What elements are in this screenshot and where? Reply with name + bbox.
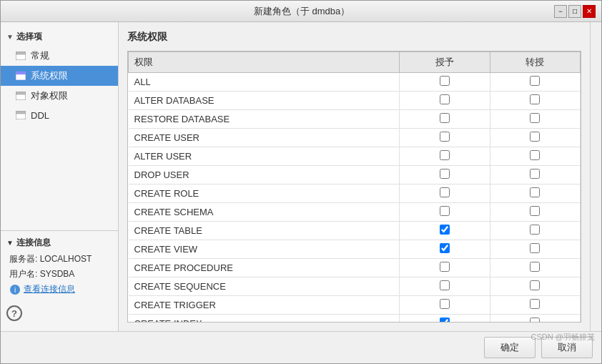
grant-checkbox[interactable] (440, 94, 450, 104)
svg-rect-5 (16, 92, 26, 94)
transfer-checkbox-cell[interactable] (490, 92, 580, 110)
grant-checkbox-cell[interactable] (400, 166, 490, 185)
transfer-checkbox[interactable] (530, 169, 540, 179)
permission-name: CREATE VIEW (129, 240, 400, 259)
transfer-checkbox-cell[interactable] (490, 222, 580, 240)
transfer-checkbox-cell[interactable] (490, 203, 580, 222)
grant-checkbox-cell[interactable] (400, 110, 490, 129)
col-transfer: 转授 (490, 52, 580, 73)
transfer-checkbox-cell[interactable] (490, 185, 580, 203)
grant-checkbox[interactable] (440, 243, 450, 253)
transfer-checkbox[interactable] (530, 299, 540, 309)
table-row: CREATE TABLE (129, 222, 581, 240)
grant-checkbox[interactable] (440, 280, 450, 290)
grant-checkbox[interactable] (440, 76, 450, 86)
grant-checkbox-cell[interactable] (400, 185, 490, 203)
table-row: DROP USER (129, 166, 581, 185)
transfer-checkbox[interactable] (530, 150, 540, 160)
system-permissions-icon (15, 70, 26, 82)
grant-checkbox-cell[interactable] (400, 147, 490, 166)
transfer-checkbox-cell[interactable] (490, 129, 580, 147)
window-controls: － □ ✕ (554, 5, 596, 18)
transfer-checkbox[interactable] (530, 262, 540, 272)
sidebar-item-ddl[interactable]: DDL (1, 106, 118, 124)
transfer-checkbox[interactable] (530, 206, 540, 216)
sidebar-item-object-permissions[interactable]: 对象权限 (1, 86, 118, 106)
grant-checkbox-cell[interactable] (400, 129, 490, 147)
col-permission: 权限 (129, 52, 400, 73)
sidebar-item-system-permissions[interactable]: 系统权限 (1, 66, 118, 86)
view-connection-link[interactable]: i 查看连接信息 (6, 283, 112, 295)
maximize-button[interactable]: □ (568, 5, 581, 18)
sidebar-item-general[interactable]: 常规 (1, 46, 118, 66)
permission-name: CREATE ROLE (129, 185, 400, 203)
view-connection-label: 查看连接信息 (24, 283, 75, 295)
transfer-checkbox[interactable] (530, 243, 540, 253)
window-title: 新建角色（于 dmdba） (49, 5, 554, 18)
transfer-checkbox[interactable] (530, 113, 540, 123)
transfer-checkbox-cell[interactable] (490, 259, 580, 277)
transfer-checkbox-cell[interactable] (490, 296, 580, 315)
grant-checkbox[interactable] (440, 299, 450, 309)
object-permissions-label: 对象权限 (31, 89, 68, 102)
grant-checkbox[interactable] (440, 132, 450, 142)
permission-name: CREATE SCHEMA (129, 203, 400, 222)
minimize-button[interactable]: － (554, 5, 567, 18)
grant-checkbox-cell[interactable] (400, 73, 490, 92)
transfer-checkbox[interactable] (530, 94, 540, 104)
grant-checkbox-cell[interactable] (400, 277, 490, 296)
grant-checkbox-cell[interactable] (400, 92, 490, 110)
cancel-button[interactable]: 取消 (541, 337, 593, 358)
grant-checkbox-cell[interactable] (400, 222, 490, 240)
ok-button[interactable]: 确定 (484, 337, 536, 358)
transfer-checkbox-cell[interactable] (490, 147, 580, 166)
svg-text:i: i (14, 286, 16, 294)
transfer-checkbox[interactable] (530, 76, 540, 86)
transfer-checkbox[interactable] (530, 187, 540, 197)
grant-checkbox-cell[interactable] (400, 315, 490, 323)
table-row: CREATE TRIGGER (129, 296, 581, 315)
grant-checkbox[interactable] (440, 169, 450, 179)
link-icon: i (9, 284, 21, 295)
section-arrow-icon: ▼ (6, 33, 14, 41)
grant-checkbox[interactable] (440, 113, 450, 123)
transfer-checkbox-cell[interactable] (490, 110, 580, 129)
transfer-checkbox[interactable] (530, 132, 540, 142)
transfer-checkbox[interactable] (530, 280, 540, 290)
grant-checkbox-cell[interactable] (400, 259, 490, 277)
permissions-table-container[interactable]: 权限 授予 转授 ALLALTER DATABASERESTORE DATABA… (127, 51, 581, 323)
table-row: RESTORE DATABASE (129, 110, 581, 129)
connection-section-header: ▼ 连接信息 (6, 237, 112, 249)
connection-info: ▼ 连接信息 服务器: LOCALHOST 用户名: SYSDBA i 查看连接… (1, 230, 118, 301)
transfer-checkbox[interactable] (530, 225, 540, 235)
grant-checkbox[interactable] (440, 187, 450, 197)
connection-arrow-icon: ▼ (6, 239, 14, 247)
transfer-checkbox-cell[interactable] (490, 315, 580, 323)
col-grant: 授予 (400, 52, 490, 73)
grant-checkbox[interactable] (440, 318, 450, 323)
table-row: CREATE VIEW (129, 240, 581, 259)
permission-name: CREATE TRIGGER (129, 296, 400, 315)
permission-name: DROP USER (129, 166, 400, 185)
transfer-checkbox-cell[interactable] (490, 277, 580, 296)
grant-checkbox-cell[interactable] (400, 296, 490, 315)
grant-checkbox-cell[interactable] (400, 203, 490, 222)
close-button[interactable]: ✕ (583, 5, 596, 18)
help-button[interactable]: ? (6, 305, 22, 321)
object-permissions-icon (15, 90, 26, 102)
table-header-row: 权限 授予 转授 (129, 52, 581, 73)
scrollbar[interactable] (590, 22, 601, 331)
main-title: 系统权限 (127, 31, 581, 44)
table-row: ALTER USER (129, 147, 581, 166)
grant-checkbox[interactable] (440, 150, 450, 160)
transfer-checkbox-cell[interactable] (490, 166, 580, 185)
transfer-checkbox-cell[interactable] (490, 73, 580, 92)
grant-checkbox[interactable] (440, 262, 450, 272)
permission-name: ALTER USER (129, 147, 400, 166)
grant-checkbox[interactable] (440, 206, 450, 216)
transfer-checkbox[interactable] (530, 318, 540, 323)
grant-checkbox[interactable] (440, 225, 450, 235)
table-row: CREATE PROCEDURE (129, 259, 581, 277)
grant-checkbox-cell[interactable] (400, 240, 490, 259)
transfer-checkbox-cell[interactable] (490, 240, 580, 259)
